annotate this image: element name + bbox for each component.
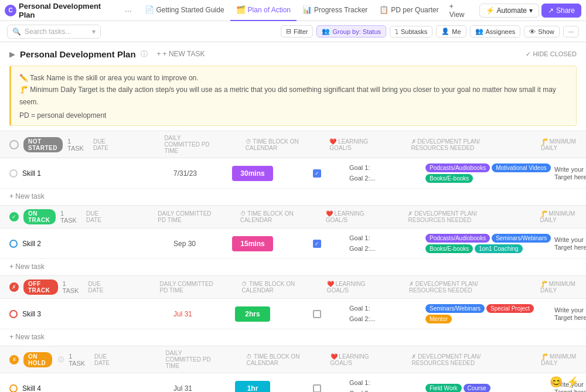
new-task-link-ot[interactable]: + New task bbox=[9, 263, 577, 271]
calendar-checkbox-skill2[interactable]: ✓ bbox=[313, 240, 321, 248]
task-dev-skill1: Podcasts/Audiobooks Motivational Videos … bbox=[425, 161, 554, 185]
task-checkbox-skill2[interactable] bbox=[9, 240, 18, 248]
tab-plan-of-action[interactable]: 🗂️ Plan of Action bbox=[230, 0, 297, 21]
task-due-skill1: 7/31/23 bbox=[173, 169, 220, 178]
section-badge-on-hold: ON HOLD bbox=[23, 352, 52, 367]
task-pd-time-skill3: 2hrs bbox=[220, 306, 285, 322]
tab-list: 📄 Getting Started Guide 🗂️ Plan of Actio… bbox=[139, 0, 475, 21]
toolbar-buttons: ⊟ Filter 👥 Group by: Status ⤵ Subtasks 👤… bbox=[281, 25, 579, 38]
automate-button[interactable]: ⚡ Automate ▾ bbox=[479, 4, 539, 18]
automate-icon: ⚡ bbox=[486, 6, 495, 15]
share-label: Share bbox=[556, 6, 575, 15]
filter-button[interactable]: ⊟ Filter bbox=[281, 25, 313, 38]
task-calendar-skill4[interactable] bbox=[285, 384, 349, 392]
dev-tag-course-skill4: Course bbox=[464, 384, 490, 392]
task-due-skill3: Jul 31 bbox=[173, 310, 220, 318]
calendar-checkbox-skill3[interactable] bbox=[313, 310, 321, 318]
learning-header-off: ❤️ LEARNING GOAL/S bbox=[327, 281, 369, 294]
search-icon: 🔍 bbox=[12, 28, 21, 36]
task-calendar-skill2[interactable]: ✓ bbox=[285, 240, 349, 248]
task-dev-skill4: Field Work Course bbox=[425, 381, 554, 392]
section-not-started: NOT STARTED 1 TASK DUE DATE DAILY COMMIT… bbox=[0, 131, 586, 205]
section-off-track: ✗ OFF TRACK 1 TASK DUE DATE DAILY COMMIT… bbox=[0, 275, 586, 346]
progress-tracker-icon: 📊 bbox=[302, 5, 312, 14]
automate-chevron: ▾ bbox=[529, 6, 533, 15]
task-dev-skill3: Seminars/Webinars Special Project Mentor bbox=[425, 302, 554, 326]
tab-progress-tracker-label: Progress Tracker bbox=[314, 6, 367, 14]
calendar-checkbox-skill1[interactable]: ✓ bbox=[313, 169, 321, 178]
more-toolbar-button[interactable]: ··· bbox=[563, 26, 579, 38]
min-header-ns: 🦵 MINIMUM DAILY bbox=[541, 138, 577, 151]
learning-header-oh: ❤️ LEARNING GOAL/S bbox=[331, 353, 372, 366]
calendar-header-ot: ⏱ TIME BLOCK ON CALENDAR bbox=[240, 210, 300, 223]
pd-badge-skill3: 2hrs bbox=[235, 306, 270, 322]
me-button[interactable]: 👤 Me bbox=[436, 25, 466, 38]
task-name-skill1: Skill 1 bbox=[22, 169, 173, 178]
due-date-header-ot: DUE DATE bbox=[86, 210, 106, 223]
section-toggle-on-hold[interactable]: ⏸ bbox=[9, 355, 19, 364]
task-calendar-skill3[interactable] bbox=[285, 310, 349, 318]
new-task-link-ns[interactable]: + New task bbox=[9, 192, 577, 200]
task-pd-time-skill4: 1hr bbox=[220, 381, 285, 392]
section-header-off-track: ✗ OFF TRACK 1 TASK DUE DATE DAILY COMMIT… bbox=[0, 275, 586, 299]
task-name-skill2: Skill 2 bbox=[22, 240, 173, 248]
task-min-skill2: Write your 🦵 MinimumTarget here. bbox=[554, 236, 586, 251]
automate-label: Automate bbox=[497, 6, 527, 15]
search-chevron-icon: ▾ bbox=[92, 28, 96, 36]
section-badge-on-track: ON TRACK bbox=[23, 209, 56, 224]
due-date-header-oh: DUE DATE bbox=[94, 353, 114, 366]
task-checkbox-skill1[interactable] bbox=[9, 169, 18, 178]
tab-plan-of-action-label: Plan of Action bbox=[248, 6, 291, 14]
collapse-icon[interactable]: ▶ bbox=[9, 50, 15, 59]
dev-header-ns: ✗ DEVELOPMENT PLAN/ RESOURCES NEEDED bbox=[411, 138, 502, 151]
hide-closed-button[interactable]: ✓ HIDE CLOSED bbox=[526, 50, 577, 58]
task-row: Skill 1 7/31/23 30mins ✓ Goal 1:Goal 2:.… bbox=[0, 158, 586, 189]
section-toggle-not-started[interactable] bbox=[9, 140, 19, 149]
show-button[interactable]: 👁 Show bbox=[524, 26, 560, 38]
task-name-skill3: Skill 3 bbox=[22, 310, 173, 318]
dev-header-off: ✗ DEVELOPMENT PLAN/ RESOURCES NEEDED bbox=[409, 281, 500, 294]
pd-time-header-ot: DAILY COMMITTED PD TIME bbox=[158, 210, 212, 223]
calendar-header-oh: ⏱ TIME BLOCK ON CALENDAR bbox=[246, 353, 304, 366]
pd-time-header-ns: DAILY COMMITTED PD TIME bbox=[164, 135, 217, 154]
add-view-button[interactable]: + View bbox=[445, 2, 475, 19]
plan-of-action-icon: 🗂️ bbox=[236, 5, 246, 14]
tab-getting-started[interactable]: 📄 Getting Started Guide bbox=[139, 0, 230, 21]
more-options-button[interactable]: ··· bbox=[122, 6, 134, 15]
group-by-button[interactable]: 👥 Group by: Status bbox=[316, 25, 386, 38]
emoji-icon[interactable]: 😊 bbox=[550, 376, 563, 388]
task-checkbox-skill3[interactable] bbox=[9, 310, 18, 318]
dev-tag-mentor-skill3: Mentor bbox=[425, 315, 452, 323]
tab-progress-tracker[interactable]: 📊 Progress Tracker bbox=[297, 0, 373, 21]
section-count-on-track: 1 TASK bbox=[60, 210, 77, 224]
share-button[interactable]: ↗ Share bbox=[541, 4, 581, 18]
task-checkbox-skill4[interactable] bbox=[9, 384, 18, 392]
info-icon[interactable]: ⓘ bbox=[141, 49, 148, 59]
new-task-link-off[interactable]: + New task bbox=[9, 333, 577, 341]
calendar-checkbox-skill4[interactable] bbox=[313, 384, 321, 392]
section-header-not-started: NOT STARTED 1 TASK DUE DATE DAILY COMMIT… bbox=[0, 131, 586, 158]
section-toggle-off-track[interactable]: ✗ bbox=[9, 282, 19, 292]
dev-tag-seminars-skill3: Seminars/Webinars bbox=[425, 304, 485, 313]
dev-tag-coaching-skill2: 1on1 Coaching bbox=[475, 244, 522, 253]
assignees-button[interactable]: 👥 Assignees bbox=[470, 25, 521, 38]
min-header-ot: 🦵 MINIMUM DAILY bbox=[540, 210, 577, 223]
lightning-icon[interactable]: ⚡ bbox=[566, 376, 579, 388]
tab-pd-per-quarter[interactable]: 📋 PD per Quarter bbox=[373, 0, 444, 21]
due-date-header-off: DUE DATE bbox=[88, 281, 108, 294]
dev-tag-seminars-skill2: Seminars/Webinars bbox=[492, 234, 551, 243]
learning-header-ot: ❤️ LEARNING GOAL/S bbox=[326, 210, 369, 223]
getting-started-icon: 📄 bbox=[145, 5, 154, 14]
info-box: ✏️ Task Name is the skill or area you wa… bbox=[9, 66, 577, 126]
new-task-header-button[interactable]: + + NEW TASK bbox=[152, 48, 210, 60]
task-due-skill4: Jul 31 bbox=[173, 384, 220, 392]
search-box[interactable]: 🔍 Search tasks... ▾ bbox=[7, 25, 101, 39]
dev-header-oh: ✗ DEVELOPMENT PLAN/ RESOURCES NEEDED bbox=[411, 353, 501, 366]
on-hold-info-icon: ⓘ bbox=[58, 356, 64, 364]
section-count-on-hold: 1 TASK bbox=[69, 353, 85, 367]
task-calendar-skill1[interactable]: ✓ bbox=[285, 169, 349, 178]
task-pd-time-skill2: 15mins bbox=[220, 236, 285, 251]
subtasks-button[interactable]: ⤵ Subtasks bbox=[390, 26, 432, 38]
section-toggle-on-track[interactable]: ✓ bbox=[9, 212, 19, 221]
info-line-2: 🦵 Minimum Daily Target is the daily acti… bbox=[19, 84, 568, 108]
